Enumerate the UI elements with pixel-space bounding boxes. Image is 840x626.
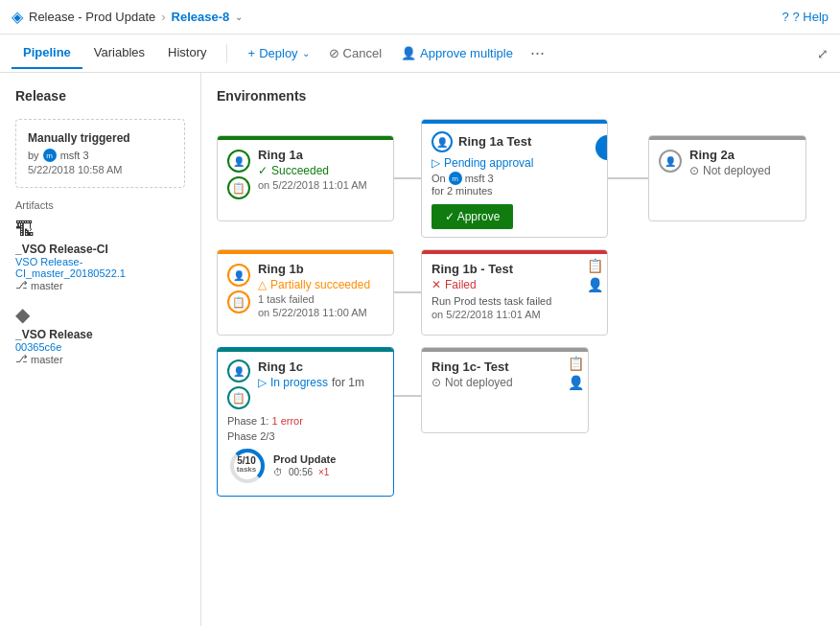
ring1c-meta: ⏱ 00:56 ×1 bbox=[273, 467, 336, 477]
right-panel: Environments 👤 📋 Ring 1a bbox=[201, 73, 840, 626]
ring1c-status: ▷ In progress for 1m bbox=[258, 376, 364, 389]
ring1c-test-person-icon[interactable]: 👤 bbox=[568, 375, 584, 390]
approve-button[interactable]: ✓ Approve bbox=[432, 204, 513, 229]
branch-icon: ⎇ bbox=[15, 279, 28, 291]
breadcrumb-release[interactable]: Release-8 bbox=[172, 10, 230, 24]
deploy-button[interactable]: + Deploy ⌄ bbox=[239, 41, 319, 65]
ring1b-test-person-icon[interactable]: 👤 bbox=[587, 277, 603, 292]
clock-meta-icon: ⏱ bbox=[273, 467, 283, 477]
ring2a-card[interactable]: 👤 Ring 2a ⊙ Not deployed bbox=[648, 135, 806, 221]
ring2a-person-icon: 👤 bbox=[659, 150, 682, 173]
breadcrumb-chevron[interactable]: ⌄ bbox=[235, 12, 243, 22]
ring1b-test-name: Ring 1b - Test bbox=[432, 262, 597, 276]
ring1c-test-edit-icon[interactable]: 📋 bbox=[568, 356, 584, 371]
env-row-1: 👤 📋 Ring 1a ✓ Succeeded on 5/22/2018 11:… bbox=[217, 119, 825, 238]
triggered-by-label: by bbox=[28, 150, 39, 161]
ring1a-test-body: 👤 Ring 1a Test ▷ Pending approval On m m… bbox=[422, 124, 607, 237]
ring1b-icons: 👤 📋 bbox=[227, 262, 250, 318]
artifact-1-branch: ⎇ master bbox=[15, 279, 185, 291]
cancel-icon: ⊘ bbox=[329, 46, 339, 60]
artifact-2-name: _VSO Release bbox=[15, 328, 185, 341]
ring1a-status: ✓ Succeeded bbox=[258, 164, 384, 177]
breadcrumb-title: Release - Prod Update bbox=[29, 10, 155, 24]
warn-icon: △ bbox=[258, 278, 267, 291]
more-options-button[interactable]: ··· bbox=[523, 38, 552, 68]
ring1a-body: 👤 📋 Ring 1a ✓ Succeeded on 5/22/2018 11:… bbox=[218, 140, 393, 207]
approve-multiple-button[interactable]: 👤 Approve multiple bbox=[391, 41, 523, 65]
release-title: Release bbox=[15, 88, 185, 104]
ring1c-person-icon: 👤 bbox=[227, 359, 250, 383]
artifact-1: 🏗 _VSO Release-CI VSO Release-CI_master_… bbox=[15, 219, 185, 291]
ring1c-prod-update: Prod Update bbox=[273, 453, 336, 465]
deploy-chevron-icon: ⌄ bbox=[302, 48, 310, 58]
ring1b-person-icon: 👤 bbox=[227, 264, 250, 287]
artifact-1-link[interactable]: VSO Release-CI_master_20180522.1 bbox=[15, 256, 185, 279]
artifacts-section: Artifacts 🏗 _VSO Release-CI VSO Release-… bbox=[15, 199, 185, 365]
ring1c-body: 👤 📋 Ring 1c ▷ In progress for 1m bbox=[218, 352, 393, 496]
ring1c-card[interactable]: 👤 📋 Ring 1c ▷ In progress for 1m bbox=[217, 347, 394, 497]
ring1c-test-actions: 📋 👤 bbox=[568, 356, 584, 390]
ring1b-test-body: Ring 1b - Test ✕ Failed Run Prod tests t… bbox=[422, 254, 607, 328]
connector-1c-to-1ctest bbox=[394, 395, 421, 397]
ring2a-status: ⊙ Not deployed bbox=[689, 164, 796, 177]
trigger-box: Manually triggered by m msft 3 5/22/2018… bbox=[15, 119, 185, 188]
ring1c-test-name: Ring 1c- Test bbox=[432, 359, 578, 374]
deploy-plus-icon: + bbox=[248, 46, 256, 60]
ring1c-donut: 5/10 tasks bbox=[227, 446, 266, 484]
tab-pipeline[interactable]: Pipeline bbox=[12, 37, 82, 69]
main-content: Release Manually triggered by m msft 3 5… bbox=[0, 73, 840, 626]
ring1a-test-card[interactable]: 👤 👤 Ring 1a Test ▷ Pending approval On bbox=[421, 119, 608, 238]
tab-history[interactable]: History bbox=[156, 37, 218, 69]
ring1c-test-body: Ring 1c- Test ⊙ Not deployed bbox=[422, 352, 588, 399]
cancel-button[interactable]: ⊘ Cancel bbox=[319, 41, 391, 65]
ring1a-test-person-icon: 👤 bbox=[432, 131, 453, 152]
ring1b-body: 👤 📋 Ring 1b △ Partially succeeded 1 task… bbox=[218, 254, 393, 326]
approve-icon: 👤 bbox=[401, 46, 416, 60]
ring1c-header-row: 👤 📋 Ring 1c ▷ In progress for 1m bbox=[227, 359, 384, 409]
artifact-2-branch: ⎇ master bbox=[15, 353, 185, 365]
artifact-2-link[interactable]: 00365c6e bbox=[15, 341, 185, 353]
ring1c-test-card[interactable]: 📋 👤 Ring 1c- Test ⊙ Not deployed bbox=[421, 347, 589, 433]
app-logo: ◈ bbox=[12, 8, 23, 26]
ring1a-name: Ring 1a bbox=[258, 148, 384, 162]
inprogress-icon: ▷ bbox=[258, 376, 267, 389]
breadcrumb-sep: › bbox=[161, 10, 165, 24]
connector-1atest-to-2a bbox=[608, 177, 648, 179]
ring1b-test-edit-icon[interactable]: 📋 bbox=[587, 258, 603, 273]
left-panel: Release Manually triggered by m msft 3 5… bbox=[0, 73, 201, 626]
environments-title: Environments bbox=[217, 88, 825, 104]
tab-variables[interactable]: Variables bbox=[82, 37, 156, 69]
ring1a-deploy-icon: 📋 bbox=[227, 176, 250, 199]
ring2a-icons: 👤 bbox=[659, 148, 682, 179]
ring1b-content: Ring 1b △ Partially succeeded 1 task fai… bbox=[258, 262, 384, 318]
user-avatar: m bbox=[43, 149, 57, 162]
artifact-1-name: _VSO Release-CI bbox=[15, 243, 185, 256]
artifact-2-icon: ◆ bbox=[15, 303, 185, 326]
ring2a-content: Ring 2a ⊙ Not deployed bbox=[689, 148, 796, 179]
ring1a-test-for: for 2 minutes bbox=[432, 185, 597, 197]
trigger-user: msft 3 bbox=[60, 150, 89, 161]
trigger-date: 5/22/2018 10:58 AM bbox=[28, 164, 173, 175]
ring1b-test-actions: 📋 👤 bbox=[587, 258, 603, 292]
nav-actions: + Deploy ⌄ ⊘ Cancel 👤 Approve multiple ·… bbox=[239, 38, 552, 68]
trigger-by: by m msft 3 bbox=[28, 149, 173, 162]
help-link[interactable]: ? ? Help bbox=[782, 10, 828, 24]
ring1c-deploy-icon: 📋 bbox=[227, 386, 250, 409]
ring1b-card[interactable]: 👤 📋 Ring 1b △ Partially succeeded 1 task… bbox=[217, 249, 394, 336]
ring2a-body: 👤 Ring 2a ⊙ Not deployed bbox=[649, 140, 805, 187]
ring1c-content: Ring 1c ▷ In progress for 1m bbox=[258, 359, 364, 409]
clock-icon: ⊙ bbox=[689, 164, 699, 177]
ring1c-progress: 5/10 tasks Prod Update ⏱ 00:56 bbox=[227, 442, 384, 488]
ring1b-deploy-icon: 📋 bbox=[227, 290, 250, 313]
ring1a-test-user-dot: m bbox=[449, 172, 462, 185]
ring1b-date: on 5/22/2018 11:00 AM bbox=[258, 307, 384, 318]
check-icon: ✓ bbox=[258, 164, 268, 177]
artifacts-label: Artifacts bbox=[15, 199, 185, 211]
ring1a-card[interactable]: 👤 📋 Ring 1a ✓ Succeeded on 5/22/2018 11:… bbox=[217, 135, 394, 221]
connector-1a-to-1atest bbox=[394, 177, 421, 179]
ring1b-test-error: Run Prod tests task failed bbox=[432, 295, 597, 307]
ring1b-test-card[interactable]: 📋 👤 Ring 1b - Test ✕ Failed Run Prod tes… bbox=[421, 249, 608, 336]
expand-button[interactable]: ⤢ bbox=[817, 46, 828, 61]
ring1c-side-icons: 👤 📋 bbox=[227, 359, 250, 409]
env-layout: 👤 📋 Ring 1a ✓ Succeeded on 5/22/2018 11:… bbox=[217, 119, 825, 497]
